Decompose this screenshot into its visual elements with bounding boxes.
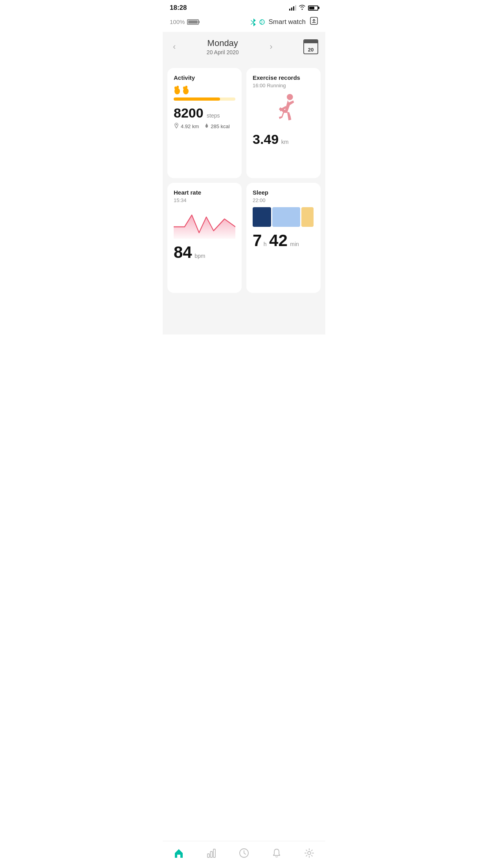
bluetooth-icon — [250, 18, 265, 26]
device-battery-icon — [187, 19, 199, 25]
sleep-title: Sleep — [253, 189, 314, 196]
date-display: Monday 20 April 2020 — [207, 38, 239, 55]
next-day-button[interactable]: › — [266, 40, 275, 53]
heart-rate-value: 84 — [174, 243, 192, 261]
sleep-card[interactable]: Sleep 22:00 7 h 42 min — [246, 183, 321, 293]
distance-detail: 4.92 km — [174, 123, 199, 130]
battery-icon — [308, 6, 318, 11]
exercise-card[interactable]: Exercise records 16:00 Running — [246, 68, 321, 178]
wifi-icon — [299, 4, 306, 11]
heart-rate-unit: bpm — [194, 253, 205, 259]
activity-details: 4.92 km 285 kcal — [174, 123, 235, 130]
heart-rate-chart — [174, 207, 235, 239]
flame-icon — [204, 123, 209, 130]
sleep-bar-light — [272, 207, 300, 227]
steps-display: 8200 steps — [174, 106, 235, 120]
activity-progress-bg — [174, 97, 235, 101]
steps-unit: steps — [207, 112, 220, 119]
main-content: Activity 8200 steps — [163, 62, 325, 335]
steps-count: 8200 — [174, 105, 204, 120]
device-battery: 100% — [170, 18, 199, 25]
heart-rate-title: Heart rate — [174, 189, 235, 196]
heart-rate-card[interactable]: Heart rate 15:34 84 bpm — [167, 183, 242, 293]
svg-point-8 — [176, 124, 177, 125]
sleep-bar-deep — [253, 207, 271, 227]
calendar-icon[interactable]: 20 — [303, 39, 318, 54]
device-right: Smart watch — [250, 17, 318, 27]
activity-title: Activity — [174, 74, 235, 81]
signal-icon — [289, 5, 296, 11]
sleep-hours: 7 — [253, 231, 262, 250]
calendar-number: 20 — [308, 47, 314, 52]
sleep-subtitle: 22:00 — [253, 197, 314, 203]
sleep-duration-display: 7 h 42 min — [253, 232, 314, 249]
status-icons — [289, 4, 318, 11]
activity-card[interactable]: Activity 8200 steps — [167, 68, 242, 178]
exercise-distance: 3.49 — [253, 132, 279, 147]
sleep-minutes-label: min — [290, 241, 299, 247]
runner-figure — [253, 92, 314, 128]
exercise-distance-display: 3.49 km — [253, 132, 314, 146]
activity-calories: 285 kcal — [211, 123, 229, 129]
heart-rate-display: 84 bpm — [174, 244, 235, 261]
date-day: Monday — [207, 38, 239, 48]
device-battery-percent: 100% — [170, 18, 185, 25]
status-bar: 18:28 — [163, 0, 325, 14]
calories-detail: 285 kcal — [204, 123, 229, 130]
exercise-subtitle: 16:00 Running — [253, 83, 314, 88]
share-icon[interactable] — [310, 17, 318, 27]
exercise-title: Exercise records — [253, 74, 314, 81]
activity-distance: 4.92 km — [181, 123, 199, 129]
date-navigation: ‹ Monday 20 April 2020 › 20 — [163, 32, 325, 62]
svg-point-9 — [286, 94, 293, 100]
sleep-chart — [253, 207, 314, 227]
smart-watch-label: Smart watch — [269, 18, 306, 26]
heart-rate-subtitle: 15:34 — [174, 197, 235, 203]
device-bar: 100% Smart watch — [163, 14, 325, 32]
status-time: 18:28 — [170, 4, 187, 12]
sleep-hours-label: h — [264, 241, 267, 247]
sleep-bar-rem — [301, 207, 314, 227]
location-icon — [174, 123, 179, 130]
sleep-minutes: 42 — [269, 231, 288, 250]
date-full: 20 April 2020 — [207, 49, 239, 55]
footsteps-icon — [174, 84, 235, 94]
exercise-unit: km — [281, 139, 289, 145]
cards-grid: Activity 8200 steps — [167, 68, 321, 293]
prev-day-button[interactable]: ‹ — [170, 40, 179, 53]
activity-progress-fill — [174, 97, 220, 101]
